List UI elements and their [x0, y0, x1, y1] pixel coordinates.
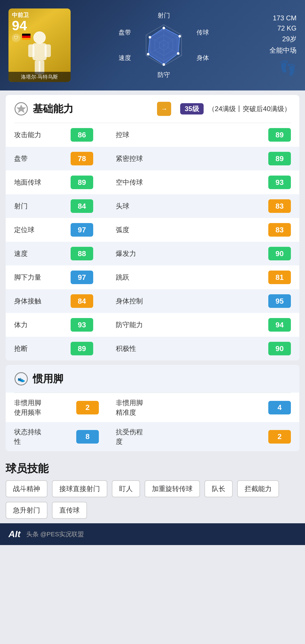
svg-point-14: [162, 27, 165, 29]
player-weight: 72 KG: [277, 24, 297, 32]
stat-value-left: 84: [71, 294, 93, 308]
stat-name-right: 弧度: [116, 225, 172, 234]
stat-value-right: 83: [268, 199, 291, 213]
basic-ability-title: 基础能力: [33, 102, 73, 116]
svg-point-15: [178, 35, 181, 38]
svg-text:👟: 👟: [18, 375, 25, 383]
stat-name-right: 积极性: [116, 344, 172, 353]
foot-stat-value-right: 4: [268, 401, 291, 414]
stat-name-left: 地面传球: [14, 178, 71, 187]
skills-section: 球员技能 战斗精神接球直接射门盯人加重旋转传球队长拦截能力急升射门直传球: [6, 456, 299, 519]
svg-rect-1: [32, 43, 47, 60]
ability-icon: [14, 102, 28, 116]
stat-value-right: 81: [268, 271, 291, 284]
footer-logo: AIt: [8, 529, 21, 539]
foot-stat-value-right: 2: [268, 430, 291, 444]
foot-stat-name-left: 状态持续 性: [14, 427, 76, 446]
stat-value-left: 89: [71, 342, 93, 355]
foot-row: 非惯用脚 使用频率 2 非惯用脚 精准度 4: [6, 393, 299, 422]
svg-point-16: [177, 52, 179, 55]
stat-value-right: 94: [268, 318, 291, 332]
player-role: 全能中场: [269, 46, 297, 55]
svg-point-17: [162, 63, 165, 66]
level-badge: 35级: [180, 103, 204, 114]
stat-value-left: 97: [71, 223, 93, 237]
stat-value-left: 89: [71, 176, 93, 189]
stat-name-left: 盘带: [14, 154, 71, 163]
stat-name-right: 头球: [116, 202, 172, 211]
svg-marker-21: [16, 105, 26, 113]
stat-name-right: 跳跃: [116, 273, 172, 282]
table-row: 定位球 97 弧度 83: [6, 218, 299, 242]
skill-tag: 盯人: [112, 480, 140, 497]
player-card: 中前卫 94 🛡 洛塔尔·马特乌斯: [8, 8, 71, 82]
stat-name-left: 身体接触: [14, 297, 71, 306]
stat-name-left: 定位球: [14, 225, 71, 234]
svg-marker-13: [148, 28, 180, 64]
stat-value-right: 89: [268, 128, 291, 142]
player-height: 173 CM: [273, 14, 297, 22]
skill-tag: 急升射门: [6, 502, 47, 519]
stat-name-left: 攻击能力: [14, 130, 71, 139]
header-card: 中前卫 94 🛡 洛塔尔·马特乌斯: [0, 0, 305, 90]
radar-label-physical: 身体: [197, 54, 209, 62]
table-row: 射门 84 头球 83: [6, 194, 299, 218]
player-position: 中前卫: [12, 11, 67, 19]
footer-source: 头条 @PES实况联盟: [26, 530, 84, 539]
skill-tag: 直传球: [52, 502, 87, 519]
stat-value-right: 90: [268, 247, 291, 260]
level-info: （24满级丨突破后40满级）: [208, 104, 291, 113]
foot-icon: 👣: [279, 60, 297, 76]
arrow-button[interactable]: →: [157, 102, 171, 116]
basic-ability-section: 基础能力 → 35级 （24满级丨突破后40满级） 攻击能力 86 控球 89 …: [6, 95, 299, 360]
foot-stat-name-right: 抗受伤程 度: [116, 427, 178, 446]
foot-stat-value-left: 8: [76, 430, 99, 444]
skill-tag: 战斗精神: [6, 480, 47, 497]
foot-section-header: 👟 惯用脚: [6, 365, 299, 393]
basic-ability-header: 基础能力 → 35级 （24满级丨突破后40满级）: [6, 95, 299, 123]
stat-name-left: 抢断: [14, 344, 71, 353]
foot-section-icon: 👟: [14, 372, 28, 386]
stat-name-left: 速度: [14, 249, 71, 258]
stat-value-left: 97: [71, 271, 93, 284]
foot-stat-value-left: 2: [76, 401, 99, 414]
svg-rect-2: [28, 44, 34, 57]
foot-stat-name-right: 非惯用脚 精准度: [116, 398, 178, 417]
table-row: 地面传球 89 空中传球 93: [6, 170, 299, 194]
stat-value-left: 78: [71, 152, 93, 165]
stat-value-right: 90: [268, 342, 291, 355]
table-row: 抢断 89 积极性 90: [6, 337, 299, 360]
skill-tag: 加重旋转传球: [145, 480, 200, 497]
svg-point-0: [33, 31, 46, 44]
stat-value-right: 83: [268, 223, 291, 237]
table-row: 攻击能力 86 控球 89: [6, 123, 299, 147]
stat-name-left: 脚下力量: [14, 273, 71, 282]
skill-tag: 队长: [204, 480, 233, 497]
stat-value-right: 89: [268, 152, 291, 165]
skills-title: 球员技能: [6, 456, 299, 480]
foot-section-title: 惯用脚: [33, 372, 63, 386]
radar-labels: 射门 传球 身体 防守 速度 盘带: [119, 11, 209, 79]
stat-name-left: 射门: [14, 202, 71, 211]
stat-value-right: 93: [268, 176, 291, 189]
skills-tags: 战斗精神接球直接射门盯人加重旋转传球队长拦截能力急升射门直传球: [6, 480, 299, 519]
table-row: 盘带 78 紧密控球 89: [6, 147, 299, 170]
svg-point-18: [147, 53, 149, 55]
table-row: 体力 93 防守能力 94: [6, 313, 299, 337]
stat-name-right: 防守能力: [116, 320, 172, 329]
table-row: 身体接触 84 身体控制 95: [6, 289, 299, 313]
radar-label-speed: 速度: [119, 54, 131, 62]
svg-point-19: [149, 36, 151, 38]
player-stats-right: 173 CM 72 KG 29岁 全能中场 👣: [257, 14, 297, 76]
stat-value-right: 95: [268, 294, 291, 308]
stat-name-right: 身体控制: [116, 297, 172, 306]
stat-name-right: 空中传球: [116, 178, 172, 187]
stat-value-left: 93: [71, 318, 93, 332]
footer: AIt 头条 @PES实况联盟: [0, 523, 305, 545]
foot-stats-table: 非惯用脚 使用频率 2 非惯用脚 精准度 4 状态持续 性 8 抗受伤程 度 2: [6, 393, 299, 451]
table-row: 速度 88 爆发力 90: [6, 242, 299, 265]
player-age: 29岁: [282, 34, 297, 44]
radar-label-dribble: 盘带: [119, 28, 131, 37]
foot-stat-name-left: 非惯用脚 使用频率: [14, 398, 76, 417]
stat-name-right: 控球: [116, 130, 172, 139]
